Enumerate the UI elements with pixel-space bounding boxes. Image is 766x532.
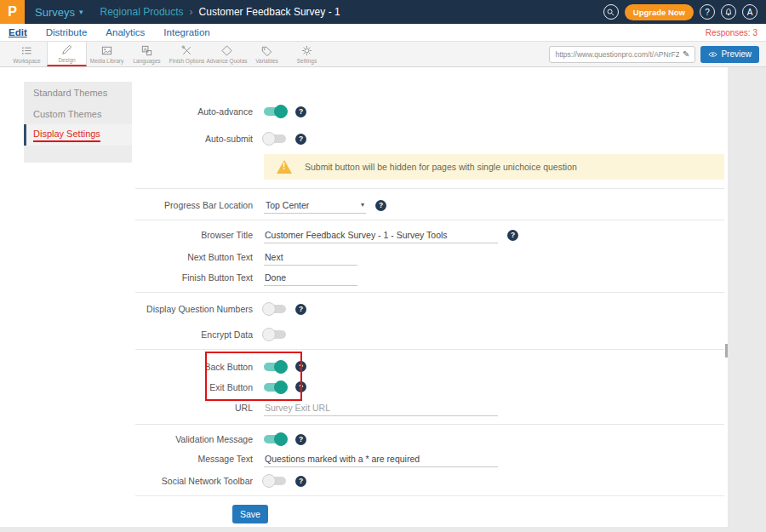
- section-divider: [135, 292, 724, 293]
- eye-icon: [708, 51, 717, 58]
- browser-title-label: Browser Title: [132, 230, 253, 240]
- row-social-network-toolbar: Social Network Toolbar ?: [132, 472, 728, 490]
- media-library-icon: [100, 44, 113, 57]
- row-finish-button-text: Finish Button Text: [132, 268, 728, 287]
- auto-advance-toggle[interactable]: [264, 107, 286, 116]
- content-area: Standard Themes Custom Themes Display Se…: [0, 67, 766, 532]
- display-question-numbers-label: Display Question Numbers: [132, 304, 253, 314]
- back-button-help-icon[interactable]: ?: [295, 361, 306, 372]
- finish-button-text-input[interactable]: [264, 270, 357, 286]
- section-divider: [135, 188, 724, 189]
- progress-bar-location-value: Top Center: [266, 200, 309, 210]
- main-nav: Edit Distribute Analytics Integration Re…: [0, 24, 766, 41]
- bell-icon: [724, 8, 733, 16]
- browser-title-help-icon[interactable]: ?: [507, 230, 518, 241]
- display-question-numbers-toggle[interactable]: [264, 305, 286, 313]
- back-exit-annotation-wrap: Back Button ? Exit Button ?: [132, 357, 728, 397]
- scrollbar-thumb[interactable]: [725, 344, 728, 358]
- tab-media-library[interactable]: Media Library: [87, 42, 127, 66]
- save-button[interactable]: Save: [232, 505, 268, 523]
- auto-advance-label: Auto-advance: [132, 106, 253, 117]
- display-question-numbers-help-icon[interactable]: ?: [295, 304, 306, 315]
- design-panel: Standard Themes Custom Themes Display Se…: [0, 67, 728, 527]
- sidebar-item-display-settings[interactable]: Display Settings: [24, 124, 132, 146]
- tab-advance-quotas[interactable]: Advance Quotas: [207, 42, 247, 66]
- row-next-button-text: Next Button Text: [132, 248, 728, 266]
- exit-button-label: Exit Button: [132, 382, 253, 392]
- survey-url-box: ✎: [549, 46, 695, 63]
- chevron-down-icon: ▾: [361, 201, 364, 209]
- row-auto-advance: Auto-advance ?: [132, 101, 728, 122]
- message-text-label: Message Text: [132, 454, 253, 464]
- row-exit-button: Exit Button ?: [132, 377, 728, 397]
- validation-message-toggle[interactable]: [264, 435, 286, 443]
- toolbar-right: ✎ Preview: [549, 42, 766, 66]
- row-progress-bar-location: Progress Bar Location Top Center ▾ ?: [132, 196, 728, 215]
- section-divider: [135, 495, 724, 496]
- preview-button[interactable]: Preview: [700, 46, 759, 63]
- row-encrypt-data: Encrypt Data: [132, 325, 728, 344]
- validation-message-help-icon[interactable]: ?: [295, 434, 306, 445]
- validation-message-label: Validation Message: [132, 434, 253, 444]
- languages-icon: A: [140, 44, 153, 57]
- warning-text: Submit button will be hidden for pages w…: [305, 162, 577, 172]
- sidebar-item-standard-themes[interactable]: Standard Themes: [24, 82, 132, 103]
- chevron-down-icon: ▾: [79, 8, 83, 16]
- auto-advance-help-icon[interactable]: ?: [295, 106, 306, 117]
- breadcrumb-survey-title: Customer Feedback Survey - 1: [199, 6, 340, 18]
- tab-design[interactable]: Design: [47, 42, 87, 66]
- topbar: P Surveys ▾ Regional Products › Customer…: [0, 0, 766, 24]
- topbar-actions: Upgrade Now ? A: [603, 4, 766, 20]
- tab-languages[interactable]: A Languages: [127, 42, 167, 66]
- settings-gear-icon: [300, 44, 313, 57]
- responses-count[interactable]: Responses: 3: [706, 28, 757, 37]
- edit-url-pencil-icon[interactable]: ✎: [683, 49, 689, 59]
- social-network-toolbar-toggle[interactable]: [264, 477, 286, 485]
- warning-icon: !: [277, 160, 292, 174]
- display-settings-form: Auto-advance ? Auto-submit ? ! Submit bu…: [132, 67, 728, 523]
- advance-quotas-icon: [220, 44, 233, 57]
- section-divider: [135, 424, 724, 425]
- progress-bar-location-label: Progress Bar Location: [132, 200, 253, 210]
- message-text-input[interactable]: [264, 451, 498, 467]
- browser-title-input[interactable]: [264, 227, 498, 243]
- tab-variables[interactable]: Variables: [247, 42, 287, 66]
- row-validation-message: Validation Message ?: [132, 430, 728, 449]
- nav-tab-integration[interactable]: Integration: [163, 27, 209, 37]
- encrypt-data-label: Encrypt Data: [132, 329, 253, 340]
- auto-submit-toggle[interactable]: [264, 134, 286, 143]
- upgrade-button[interactable]: Upgrade Now: [625, 4, 694, 20]
- avatar[interactable]: A: [742, 4, 757, 20]
- tab-workspace[interactable]: Workspace: [7, 42, 47, 66]
- help-button[interactable]: ?: [700, 4, 715, 20]
- breadcrumb-folder[interactable]: Regional Products: [100, 6, 184, 18]
- search-button[interactable]: [603, 4, 619, 20]
- exit-button-toggle[interactable]: [264, 383, 286, 392]
- notifications-button[interactable]: [721, 4, 736, 20]
- nav-tab-distribute[interactable]: Distribute: [46, 27, 88, 37]
- exit-button-help-icon[interactable]: ?: [295, 381, 306, 392]
- exit-url-input[interactable]: [264, 400, 498, 416]
- sidebar-item-custom-themes[interactable]: Custom Themes: [24, 103, 132, 124]
- edit-toolbar: Workspace Design Media Library A Languag…: [0, 41, 766, 67]
- exit-url-label: URL: [132, 403, 253, 413]
- logo[interactable]: P: [0, 0, 25, 24]
- back-button-toggle[interactable]: [264, 363, 286, 371]
- encrypt-data-toggle[interactable]: [264, 330, 286, 339]
- progress-bar-location-select[interactable]: Top Center ▾: [264, 197, 366, 214]
- progress-bar-help-icon[interactable]: ?: [375, 200, 386, 211]
- tab-finish-options[interactable]: Finish Options: [167, 42, 207, 66]
- auto-submit-label: Auto-submit: [132, 134, 253, 144]
- next-button-text-input[interactable]: [264, 249, 357, 266]
- tab-settings[interactable]: Settings: [287, 42, 327, 66]
- social-network-toolbar-help-icon[interactable]: ?: [295, 476, 306, 487]
- breadcrumb-separator-icon: ›: [190, 6, 193, 18]
- nav-tab-analytics[interactable]: Analytics: [106, 27, 145, 37]
- auto-submit-help-icon[interactable]: ?: [295, 134, 306, 145]
- survey-url-input[interactable]: [555, 50, 679, 59]
- design-sidebar: Standard Themes Custom Themes Display Se…: [24, 82, 132, 163]
- product-switcher[interactable]: Surveys ▾: [35, 6, 83, 19]
- row-display-question-numbers: Display Question Numbers ?: [132, 300, 728, 318]
- breadcrumb: Regional Products › Customer Feedback Su…: [100, 6, 340, 18]
- nav-tab-edit[interactable]: Edit: [9, 27, 27, 37]
